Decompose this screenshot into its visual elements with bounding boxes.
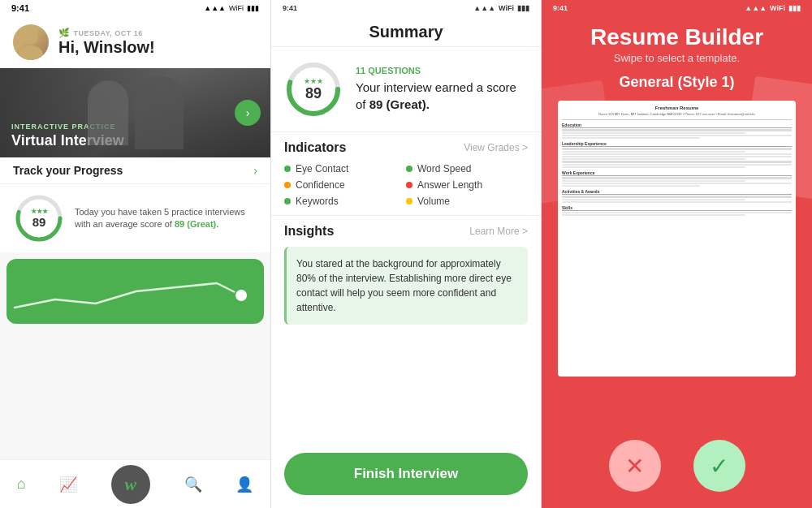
avatar [13,24,49,60]
insight-text-box: You stared at the background for approxi… [284,247,528,325]
practice-banner[interactable]: INTERACTIVE PRACTICE Virtual Interview › [0,68,270,157]
volume-dot [406,198,412,204]
p3-wifi-icon: WiFi [770,4,785,12]
indicator-word-speed: Word Speed [406,163,528,174]
word-speed-dot [406,166,412,172]
indicators-grid: Eye Contact Word Speed Confidence Answer… [284,163,528,207]
p3-time: 9:41 [553,4,568,12]
nav-logo-icon: w [125,474,137,495]
search-icon: 🔍 [184,476,202,493]
p2-score-number: 89 [304,85,323,102]
resume-builder-subtitle: Swipe to select a template. [555,52,799,64]
finish-interview-button[interactable]: Finish Interview [284,453,528,495]
p2-signal-icon: ▲▲▲ [473,4,495,12]
panel-resume-builder: 9:41 ▲▲▲ WiFi ▮▮▮ Resume Builder Swipe t… [542,0,812,508]
resume-builder-header: Resume Builder Swipe to select a templat… [542,16,812,69]
p3-battery-icon: ▮▮▮ [788,4,801,12]
p2-statusbar: 9:41 ▲▲▲ WiFi ▮▮▮ [271,0,541,16]
score-circle: ★★★ 89 [13,192,65,244]
track-progress-row[interactable]: Track your Progress › [0,157,270,183]
score-highlight: 89 (Great). [175,219,218,229]
p2-wifi-icon: WiFi [499,4,514,12]
banner-arrow-button[interactable]: › [235,100,261,126]
chart-icon: 📈 [59,476,77,493]
insights-section: Insights Learn More > You stared at the … [271,215,541,333]
panel-summary: 9:41 ▲▲▲ WiFi ▮▮▮ Summary ★★★ 89 11 QUES… [271,0,542,508]
indicators-title: Indicators [284,140,346,155]
keywords-dot [284,198,291,204]
home-icon: ⌂ [17,476,26,493]
stats-section: ★★★ 89 Today you have taken 5 practice i… [0,183,270,252]
home-header: 🌿 TUESDAY, OCT 16 Hi, Winslow! [0,16,270,68]
signal-icon: ▲▲▲ [204,4,226,12]
greeting-text: Hi, Winslow! [58,38,257,57]
nav-people[interactable]: 👤 [235,476,253,493]
nav-home[interactable]: ⌂ [17,476,26,493]
wifi-icon: WiFi [229,4,244,12]
progress-chart [6,259,264,324]
track-arrow-icon: › [253,164,257,177]
nav-search[interactable]: 🔍 [184,476,202,493]
nav-chart[interactable]: 📈 [59,476,77,493]
bottom-navbar: ⌂ 📈 w 🔍 👤 [0,459,270,508]
questions-count: 11 QUESTIONS [356,66,528,75]
resume-preview-title: Freshman Resume [562,105,792,110]
reject-template-button[interactable]: ✕ [609,440,661,492]
resume-preview: Freshman Resume Room 123 MIT Dorm, MIT I… [558,101,796,377]
indicator-keywords: Keywords [284,196,406,207]
indicator-volume: Volume [406,196,528,207]
score-number: 89 [32,215,46,229]
p2-battery-icon: ▮▮▮ [517,4,529,12]
resume-contact: Room 123 MIT Dorm, MIT Institute, Cambri… [562,112,792,116]
indicator-confidence: Confidence [284,179,406,191]
indicator-answer-length: Answer Length [406,179,528,191]
indicator-eye-contact: Eye Contact [284,163,406,174]
eye-contact-dot [284,166,291,172]
insights-title: Insights [284,224,334,239]
svg-point-4 [235,289,248,302]
date-display: 🌿 TUESDAY, OCT 16 [58,28,257,38]
resume-builder-title: Resume Builder [555,24,799,50]
p3-signal-icon: ▲▲▲ [745,4,767,12]
svg-point-1 [19,45,43,60]
score-description-text: Your interview earned a score of 89 (Gre… [356,79,528,113]
resume-action-buttons: ✕ ✓ [542,440,812,492]
view-grades-link[interactable]: View Grades > [464,142,528,153]
learn-more-link[interactable]: Learn More > [469,226,528,237]
panel-home: 9:41 ▲▲▲ WiFi ▮▮▮ 🌿 TUESDAY, OCT 16 Hi, … [0,0,271,508]
indicators-section: Indicators View Grades > Eye Contact Wor… [271,131,541,215]
people-icon: 👤 [235,476,253,493]
nav-center-button[interactable]: w [111,465,150,504]
score-section: ★★★ 89 11 QUESTIONS Your interview earne… [271,47,541,131]
confidence-dot [284,182,291,188]
summary-title: Summary [271,16,541,47]
time-display: 9:41 [11,3,29,13]
p3-statusbar: 9:41 ▲▲▲ WiFi ▮▮▮ [542,0,812,16]
score-description: Today you have taken 5 practice intervie… [75,206,257,231]
battery-icon: ▮▮▮ [247,4,259,12]
svg-point-0 [24,30,38,45]
answer-length-dot [406,182,412,188]
accept-template-button[interactable]: ✓ [693,440,745,492]
p2-time: 9:41 [283,4,297,12]
track-label: Track your Progress [13,164,123,177]
p2-score-circle: ★★★ 89 [284,60,343,118]
